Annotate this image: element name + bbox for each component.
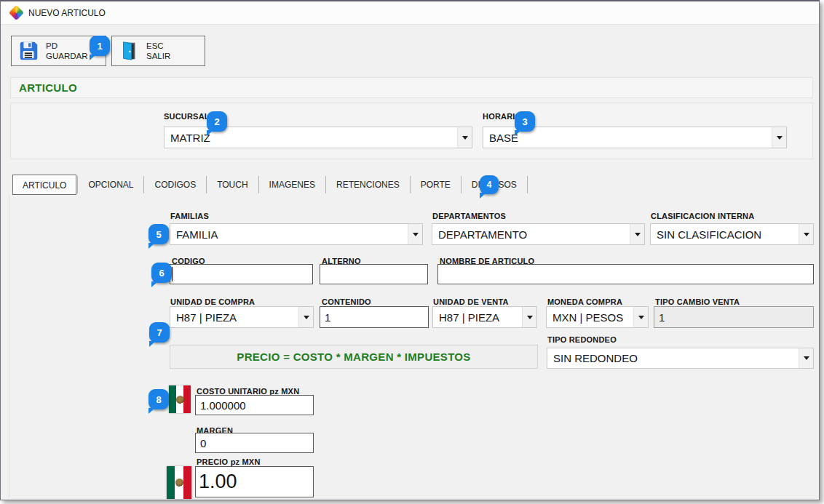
contenido-input[interactable] [320, 306, 429, 328]
margen-input[interactable] [195, 433, 314, 453]
annotation-badge-1: 1 [90, 36, 110, 56]
tab-separator [258, 176, 259, 193]
tipo-redondeo-select[interactable]: SIN REDONDEO [547, 348, 814, 369]
unidad-compra-label: UNIDAD DE COMPRA [170, 297, 255, 306]
window-title: NUEVO ARTICULO [28, 8, 106, 18]
tab-imagenes[interactable]: IMAGENES [260, 175, 325, 195]
clasificacion-select[interactable]: SIN CLASIFICACION [650, 223, 814, 245]
tab-opcional[interactable]: OPCIONAL [79, 175, 143, 195]
section-header-box: ARTICULO [10, 77, 813, 98]
section-header: ARTICULO [19, 81, 77, 94]
screen: NUEVO ARTICULO PD GUARDAR [0, 0, 824, 504]
chevron-down-icon[interactable] [772, 127, 786, 148]
price-formula-box: PRECIO = COSTO * MARGEN * IMPUESTOS [170, 345, 538, 369]
text-cursor [172, 267, 173, 281]
tipo-cambio-label: TIPO CAMBIO VENTA [655, 297, 740, 306]
nombre-articulo-input[interactable] [437, 264, 814, 284]
familias-label: FAMILIAS [170, 212, 209, 220]
tab-articulo[interactable]: ARTICULO [12, 175, 76, 195]
exit-button-label: ESC SALIR [146, 41, 170, 61]
unidad-venta-select[interactable]: H87 | PIEZA [432, 306, 537, 328]
chevron-down-icon[interactable] [799, 348, 813, 368]
tab-touch[interactable]: TOUCH [207, 175, 257, 195]
precio-input[interactable] [195, 466, 314, 497]
annotation-badge-5: 5 [148, 224, 169, 244]
tab-separator [461, 176, 461, 193]
unidad-venta-label: UNIDAD DE VENTA [433, 297, 509, 306]
annotation-badge-8: 8 [148, 389, 169, 409]
precio-label: PRECIO pz MXN [197, 457, 261, 466]
save-button-label: PD GUARDAR [46, 41, 88, 61]
annotation-badge-4: 4 [480, 175, 499, 194]
tab-strip: ARTICULO OPCIONAL CODIGOS TOUCH IMAGENES… [12, 174, 528, 195]
tab-separator [410, 176, 411, 193]
alterno-input[interactable] [320, 264, 428, 284]
departamentos-label: DEPARTAMENTOS [432, 212, 506, 220]
tipo-cambio-input [654, 306, 814, 328]
tab-separator [325, 176, 326, 193]
codigo-input[interactable] [170, 264, 313, 284]
chevron-down-icon[interactable] [522, 307, 536, 327]
tab-separator [143, 176, 144, 193]
costo-unitario-input[interactable] [195, 395, 314, 415]
title-bar: NUEVO ARTICULO [1, 1, 819, 25]
tab-separator [77, 176, 78, 193]
color-diamond-icon [9, 5, 24, 20]
floppy-disk-icon [17, 40, 39, 62]
annotation-badge-3: 3 [515, 111, 535, 132]
annotation-badge-6: 6 [151, 263, 172, 283]
door-icon [118, 40, 140, 62]
chevron-down-icon[interactable] [630, 224, 644, 244]
annotation-badge-2: 2 [207, 111, 227, 132]
contenido-label: CONTENIDO [322, 297, 371, 306]
mexico-flag-icon [169, 385, 191, 413]
price-formula: PRECIO = COSTO * MARGEN * IMPUESTOS [237, 351, 470, 363]
tipo-redondeo-label: TIPO REDONDEO [547, 335, 617, 344]
clasificacion-label: CLASIFICACION INTERNA [651, 212, 754, 220]
mexico-flag-icon [167, 466, 191, 499]
nuevo-articulo-window: NUEVO ARTICULO PD GUARDAR [0, 0, 820, 500]
moneda-compra-label: MONEDA COMPRA [547, 297, 622, 306]
chevron-down-icon[interactable] [298, 307, 313, 327]
tab-codigos[interactable]: CODIGOS [145, 175, 205, 195]
departamentos-select[interactable]: DEPARTAMENTO [432, 223, 645, 245]
chevron-down-icon[interactable] [633, 307, 648, 327]
sucursal-label: SUCURSAL [164, 112, 210, 121]
tab-retenciones[interactable]: RETENCIONES [327, 175, 409, 195]
tab-porte[interactable]: PORTE [411, 175, 460, 195]
tab-separator [527, 176, 528, 193]
chevron-down-icon[interactable] [799, 224, 813, 244]
moneda-compra-select[interactable]: MXN | PESOS [546, 306, 649, 328]
unidad-compra-select[interactable]: H87 | PIEZA [170, 306, 314, 328]
annotation-badge-7: 7 [149, 322, 170, 343]
familias-select[interactable]: FAMILIA [170, 223, 423, 245]
chevron-down-icon[interactable] [457, 127, 472, 148]
exit-button[interactable]: ESC SALIR [111, 36, 205, 66]
chevron-down-icon[interactable] [408, 224, 422, 244]
tab-separator [206, 176, 207, 193]
